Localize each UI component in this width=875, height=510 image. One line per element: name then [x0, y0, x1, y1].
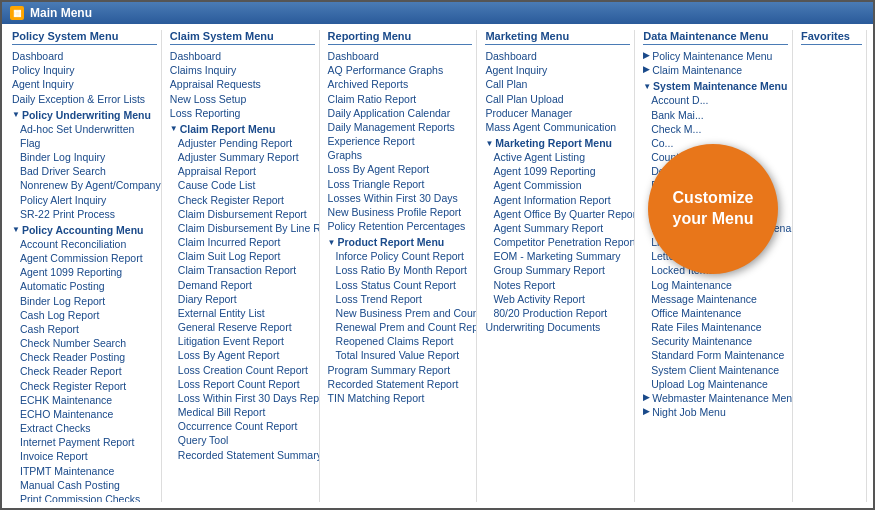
policy-retention[interactable]: Policy Retention Percentages: [328, 219, 473, 233]
loss-triangle[interactable]: Loss Triangle Report: [328, 177, 473, 191]
webmaster-maint-menu[interactable]: ▶ Webmaster Maintenance Menu: [643, 391, 788, 405]
litigation-event[interactable]: Litigation Event Report: [178, 334, 315, 348]
manual-cash[interactable]: Manual Cash Posting: [20, 478, 157, 492]
account-d[interactable]: Account D...: [651, 93, 788, 107]
adjuster-pending[interactable]: Adjuster Pending Report: [178, 136, 315, 150]
aq-performance[interactable]: AQ Performance Graphs: [328, 63, 473, 77]
loss-within-30[interactable]: Loss Within First 30 Days Report: [178, 391, 315, 405]
check-reader-posting[interactable]: Check Reader Posting: [20, 350, 157, 364]
loss-trend[interactable]: Loss Trend Report: [336, 292, 473, 306]
total-insured[interactable]: Total Insured Value Report: [336, 348, 473, 362]
daily-mgmt-reports[interactable]: Daily Management Reports: [328, 120, 473, 134]
new-business-prem[interactable]: New Business Prem and Count Report: [336, 306, 473, 320]
marketing-agent-inquiry[interactable]: Agent Inquiry: [485, 63, 630, 77]
call-plan-upload[interactable]: Call Plan Upload: [485, 92, 630, 106]
reopened-claims[interactable]: Reopened Claims Report: [336, 334, 473, 348]
recorded-statement-summary[interactable]: Recorded Statement Summary Report: [178, 448, 315, 462]
claims-inquiry[interactable]: Claims Inquiry: [170, 63, 315, 77]
eom-marketing[interactable]: EOM - Marketing Summary: [493, 249, 630, 263]
recorded-statement[interactable]: Recorded Statement Report: [328, 377, 473, 391]
extract-checks[interactable]: Extract Checks: [20, 421, 157, 435]
new-business-profile[interactable]: New Business Profile Report: [328, 205, 473, 219]
daily-exception[interactable]: Daily Exception & Error Lists: [12, 92, 157, 106]
diary-report[interactable]: Diary Report: [178, 292, 315, 306]
loss-reporting[interactable]: Loss Reporting: [170, 106, 315, 120]
check-number-search[interactable]: Check Number Search: [20, 336, 157, 350]
agent-summary-report[interactable]: Agent Summary Report: [493, 221, 630, 235]
group-summary[interactable]: Group Summary Report: [493, 263, 630, 277]
adhoc-set[interactable]: Ad-hoc Set Underwritten: [20, 122, 157, 136]
claim-disbursement-line[interactable]: Claim Disbursement By Line Rpt: [178, 221, 315, 235]
upload-log[interactable]: Upload Log Maintenance: [651, 377, 788, 391]
archived-reports[interactable]: Archived Reports: [328, 77, 473, 91]
claim-maintenance-link[interactable]: Claim Maintenance: [652, 63, 742, 77]
agent-info-report[interactable]: Agent Information Report: [493, 193, 630, 207]
claim-dashboard[interactable]: Dashboard: [170, 49, 315, 63]
tin-matching[interactable]: TIN Matching Report: [328, 391, 473, 405]
policy-inquiry[interactable]: Policy Inquiry: [12, 63, 157, 77]
check-register-report[interactable]: Check Register Report: [20, 379, 157, 393]
policy-maint-menu[interactable]: ▶ Policy Maintenance Menu: [643, 49, 788, 63]
loss-status-count[interactable]: Loss Status Count Report: [336, 278, 473, 292]
night-job-link[interactable]: Night Job Menu: [652, 405, 726, 419]
competitor-penetration[interactable]: Competitor Penetration Report: [493, 235, 630, 249]
cash-log-report[interactable]: Cash Log Report: [20, 308, 157, 322]
program-summary[interactable]: Program Summary Report: [328, 363, 473, 377]
invoice-report[interactable]: Invoice Report: [20, 449, 157, 463]
appraisal-report[interactable]: Appraisal Report: [178, 164, 315, 178]
policy-dashboard[interactable]: Dashboard: [12, 49, 157, 63]
log-maintenance[interactable]: Log Maintenance: [651, 278, 788, 292]
losses-within-30[interactable]: Losses Within First 30 Days: [328, 191, 473, 205]
appraisal-requests[interactable]: Appraisal Requests: [170, 77, 315, 91]
loss-by-agent-reporting[interactable]: Loss By Agent Report: [328, 162, 473, 176]
itpmt-maintenance[interactable]: ITPMT Maintenance: [20, 464, 157, 478]
print-commission[interactable]: Print Commission Checks: [20, 492, 157, 502]
office-maintenance[interactable]: Office Maintenance: [651, 306, 788, 320]
call-plan[interactable]: Call Plan: [485, 77, 630, 91]
account-reconciliation[interactable]: Account Reconciliation: [20, 237, 157, 251]
active-agent-listing[interactable]: Active Agent Listing: [493, 150, 630, 164]
standard-form[interactable]: Standard Form Maintenance: [651, 348, 788, 362]
binder-log-inquiry[interactable]: Binder Log Inquiry: [20, 150, 157, 164]
query-tool[interactable]: Query Tool: [178, 433, 315, 447]
internet-payment[interactable]: Internet Payment Report: [20, 435, 157, 449]
occurrence-count[interactable]: Occurrence Count Report: [178, 419, 315, 433]
bad-driver-search[interactable]: Bad Driver Search: [20, 164, 157, 178]
loss-ratio-month[interactable]: Loss Ratio By Month Report: [336, 263, 473, 277]
binder-log-report[interactable]: Binder Log Report: [20, 294, 157, 308]
policy-maintenance-link[interactable]: Policy Maintenance Menu: [652, 49, 772, 63]
message-maintenance[interactable]: Message Maintenance: [651, 292, 788, 306]
claim-maint-menu[interactable]: ▶ Claim Maintenance: [643, 63, 788, 77]
producer-manager[interactable]: Producer Manager: [485, 106, 630, 120]
claim-incurred[interactable]: Claim Incurred Report: [178, 235, 315, 249]
webmaster-maintenance-link[interactable]: Webmaster Maintenance Menu: [652, 391, 793, 405]
check-m[interactable]: Check M...: [651, 122, 788, 136]
claim-disbursement[interactable]: Claim Disbursement Report: [178, 207, 315, 221]
sr22[interactable]: SR-22 Print Process: [20, 207, 157, 221]
medical-bill[interactable]: Medical Bill Report: [178, 405, 315, 419]
cause-code-list[interactable]: Cause Code List: [178, 178, 315, 192]
agent-commission-report[interactable]: Agent Commission Report: [20, 251, 157, 265]
bank-mai[interactable]: Bank Mai...: [651, 108, 788, 122]
loss-creation-count[interactable]: Loss Creation Count Report: [178, 363, 315, 377]
daily-app-calendar[interactable]: Daily Application Calendar: [328, 106, 473, 120]
adjuster-summary[interactable]: Adjuster Summary Report: [178, 150, 315, 164]
policy-alert[interactable]: Policy Alert Inquiry: [20, 193, 157, 207]
reporting-dashboard[interactable]: Dashboard: [328, 49, 473, 63]
rate-files-maintenance[interactable]: Rate Files Maintenance: [651, 320, 788, 334]
graphs[interactable]: Graphs: [328, 148, 473, 162]
external-entity[interactable]: External Entity List: [178, 306, 315, 320]
notes-report[interactable]: Notes Report: [493, 278, 630, 292]
experience-report[interactable]: Experience Report: [328, 134, 473, 148]
mass-agent-comm[interactable]: Mass Agent Communication: [485, 120, 630, 134]
security-maintenance[interactable]: Security Maintenance: [651, 334, 788, 348]
nonrenew-by[interactable]: Nonrenew By Agent/Company: [20, 178, 157, 192]
agent-1099[interactable]: Agent 1099 Reporting: [20, 265, 157, 279]
claim-transaction[interactable]: Claim Transaction Report: [178, 263, 315, 277]
loss-report-count[interactable]: Loss Report Count Report: [178, 377, 315, 391]
agent-commission-mkt[interactable]: Agent Commission: [493, 178, 630, 192]
claim-suit-log[interactable]: Claim Suit Log Report: [178, 249, 315, 263]
general-reserve[interactable]: General Reserve Report: [178, 320, 315, 334]
agent-office-quarter[interactable]: Agent Office By Quarter Report: [493, 207, 630, 221]
inforce-policy[interactable]: Inforce Policy Count Report: [336, 249, 473, 263]
